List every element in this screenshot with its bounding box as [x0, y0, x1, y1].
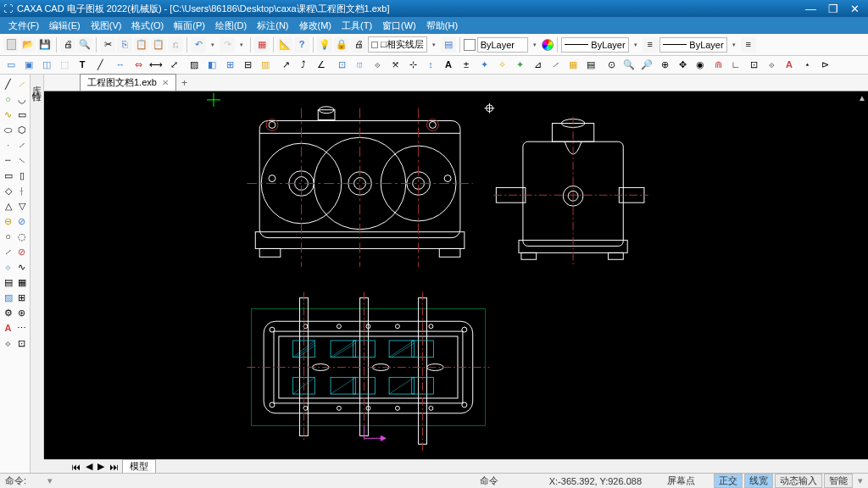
layer-dropdown[interactable]: ▾ [429, 42, 439, 48]
mod12-icon[interactable]: ⊿ [530, 58, 545, 73]
dyn-button[interactable]: 动态输入 [775, 474, 822, 488]
match-icon[interactable]: ⎌ [168, 37, 183, 53]
copy-icon[interactable]: ⎘ [117, 37, 132, 53]
shape8-icon[interactable]: ◌ [16, 230, 28, 242]
layermgr-icon[interactable]: ▤ [441, 37, 456, 53]
tab-props[interactable]: 特性 [31, 83, 43, 86]
crossing-icon[interactable]: ◫ [39, 58, 54, 73]
color-swatch[interactable] [464, 39, 476, 51]
menu-view[interactable]: 视图(V) [86, 19, 127, 32]
undo-dropdown[interactable]: ▾ [208, 42, 218, 48]
mod10-icon[interactable]: ✧ [494, 58, 509, 73]
menu-format[interactable]: 格式(O) [126, 19, 169, 32]
t4-icon[interactable]: ⊞ [16, 291, 28, 303]
paste2-icon[interactable]: 📋 [151, 37, 166, 53]
xline-icon[interactable]: ⟋ [16, 139, 28, 151]
rect-icon[interactable]: ▭ [16, 108, 28, 120]
shape7-icon[interactable]: ○ [3, 230, 14, 242]
hatch-icon[interactable]: ▨ [186, 58, 202, 73]
ai-icon[interactable]: ⋆ [799, 58, 815, 73]
mod8-icon[interactable]: ± [459, 58, 474, 73]
txt2-icon[interactable]: ⋯ [16, 322, 28, 334]
printer2-icon[interactable]: 🖨 [351, 37, 366, 53]
arrow-icon[interactable]: ↗ [278, 58, 293, 73]
table-icon[interactable]: ⊟ [240, 58, 255, 73]
t1-icon[interactable]: ▤ [3, 276, 14, 288]
h3-icon[interactable]: ⟐ [3, 261, 14, 273]
maximize-button[interactable]: ❐ [828, 3, 838, 15]
dim3-icon[interactable]: ⟷ [148, 58, 164, 73]
layer-icon[interactable]: ▦ [254, 37, 270, 53]
ellipse-icon[interactable]: ⬭ [3, 124, 14, 136]
t2-icon[interactable]: ▦ [16, 276, 28, 288]
redo-icon[interactable]: ↷ [220, 37, 235, 53]
preview-icon[interactable]: 🔍 [77, 37, 92, 53]
color-selector[interactable]: ByLayer [477, 37, 528, 53]
shape1-icon[interactable]: ◇ [3, 185, 14, 197]
zoom4-icon[interactable]: ⊕ [657, 58, 672, 73]
mod3-icon[interactable]: ⟐ [370, 58, 385, 73]
add-tab-button[interactable]: + [176, 75, 192, 91]
text-icon[interactable]: T [75, 58, 90, 73]
mod6-icon[interactable]: ↕ [423, 58, 438, 73]
mod5-icon[interactable]: ⊹ [405, 58, 420, 73]
menu-dim[interactable]: 标注(N) [252, 19, 293, 32]
menu-window[interactable]: 窗口(W) [377, 19, 421, 32]
minimize-button[interactable]: — [805, 3, 816, 15]
lock-icon[interactable]: 🔒 [334, 37, 349, 53]
palette-icon[interactable] [542, 39, 554, 51]
cut-icon[interactable]: ✂ [100, 37, 115, 53]
mod14-icon[interactable]: ▦ [565, 58, 581, 73]
linewt-icon[interactable]: ≡ [741, 37, 756, 53]
txt-icon[interactable]: A [3, 322, 14, 334]
shape2-icon[interactable]: ⟊ [16, 185, 28, 197]
zoom3-icon[interactable]: 🔎 [639, 58, 654, 73]
save-icon[interactable]: 💾 [37, 37, 53, 53]
dim2-icon[interactable]: ⇔ [131, 58, 146, 73]
point-icon[interactable]: · [3, 139, 14, 151]
menu-edit[interactable]: 编辑(E) [44, 19, 86, 32]
polygon-icon[interactable]: ⬡ [16, 124, 28, 136]
menu-draw[interactable]: 绘图(D) [210, 19, 252, 32]
arc-icon[interactable]: ◡ [16, 93, 28, 105]
osnap-icon[interactable]: ⊡ [746, 58, 761, 73]
smart-button[interactable]: 智能 [824, 474, 853, 488]
undo-icon[interactable]: ↶ [191, 37, 206, 53]
arc2-icon[interactable]: ⤴ [296, 58, 311, 73]
sheet-icon[interactable]: ▥ [258, 58, 273, 73]
document-tab[interactable]: 工程图文档1.exb ✕ [80, 74, 176, 91]
menu-file[interactable]: 文件(F) [3, 19, 44, 32]
rect2-icon[interactable]: ▭ [3, 169, 14, 181]
t3-icon[interactable]: ▨ [3, 291, 14, 303]
mod13-icon[interactable]: ⟋ [548, 58, 563, 73]
snap-mode[interactable]: 屏幕点 [667, 474, 695, 487]
redo-dropdown[interactable]: ▾ [236, 42, 247, 48]
u1-icon[interactable]: ⟐ [3, 337, 14, 349]
g2-icon[interactable]: ⊛ [16, 307, 28, 319]
orbit-icon[interactable]: ◉ [693, 58, 708, 73]
linetype-dropdown[interactable]: ▾ [631, 42, 641, 48]
line-icon[interactable]: ╱ [3, 78, 14, 90]
grid-icon[interactable]: ∟ [728, 58, 743, 73]
lineweight-selector[interactable]: ByLayer [659, 37, 727, 53]
cmd-dropdown-icon[interactable]: ▾ [47, 475, 58, 486]
zoom2-icon[interactable]: 🔍 [621, 58, 637, 73]
window-icon[interactable]: ▣ [21, 58, 36, 73]
zoom1-icon[interactable]: ⊙ [604, 58, 619, 73]
help-icon[interactable]: ? [294, 37, 309, 53]
mod9-icon[interactable]: ✦ [476, 58, 492, 73]
dim1-icon[interactable]: ↔ [113, 58, 128, 73]
lineweight-dropdown[interactable]: ▾ [729, 42, 739, 48]
first-tab-icon[interactable]: ⏮ [70, 462, 82, 472]
shape4-icon[interactable]: ▽ [16, 200, 28, 212]
mod1-icon[interactable]: ⊡ [334, 58, 349, 73]
ortho-button[interactable]: 正交 [714, 474, 743, 488]
pan-icon[interactable]: ✥ [675, 58, 690, 73]
dash-icon[interactable]: ┄ [3, 154, 14, 166]
h1-icon[interactable]: ⟋ [3, 246, 14, 258]
paste-icon[interactable]: 📋 [134, 37, 149, 53]
dim4-icon[interactable]: ⤢ [166, 58, 181, 73]
mod15-icon[interactable]: ▤ [583, 58, 598, 73]
select-icon[interactable]: ▭ [3, 58, 19, 73]
tab-library[interactable]: 库 [31, 76, 43, 80]
